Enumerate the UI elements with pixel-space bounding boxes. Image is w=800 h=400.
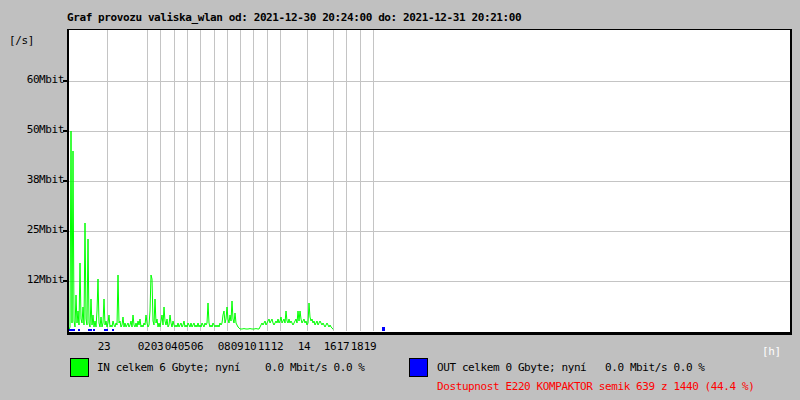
plot-canvas [69,30,790,332]
out-legend-label: OUT celkem 0 Gbyte; nyní 0.0 Mbit/s 0.0 … [437,361,705,374]
x-tick-label: 06 [184,340,210,353]
y-tick-label: 50Mbit [0,123,64,136]
y-axis-unit-label: [/s] [9,34,34,47]
out-series-mark [78,329,80,331]
x-tick-label: 12 [264,340,290,353]
out-series-mark [69,329,75,331]
x-tick-label: 14 [291,340,317,353]
availability-label: Dostupnost E220 KOMPAKTOR semik 639 z 14… [437,380,754,393]
out-series-mark [93,329,95,331]
in-legend-label: IN celkem 6 Gbyte; nyní 0.0 Mbit/s 0.0 % [97,361,365,374]
out-series-mark [112,329,114,331]
out-series-mark [88,329,92,331]
traffic-graph-page: Graf provozu valiska_wlan od: 2021-12-30… [0,0,800,400]
x-axis-labels: 23020304050608091011121416171819 [69,340,790,354]
out-series-mark [104,329,108,331]
y-tick-label: 12Mbit [0,273,64,286]
graph-title: Graf provozu valiska_wlan od: 2021-12-30… [67,11,521,24]
y-tick-label: 38Mbit [0,173,64,186]
out-series-mark [382,327,385,331]
in-legend-swatch [70,358,89,377]
out-legend-swatch [409,358,428,377]
y-tick-label: 25Mbit [0,223,64,236]
x-tick-label: 19 [357,340,383,353]
x-axis-unit-label: [h] [762,345,781,358]
y-tick-label: 60Mbit [0,73,64,86]
x-tick-label: 23 [91,340,117,353]
